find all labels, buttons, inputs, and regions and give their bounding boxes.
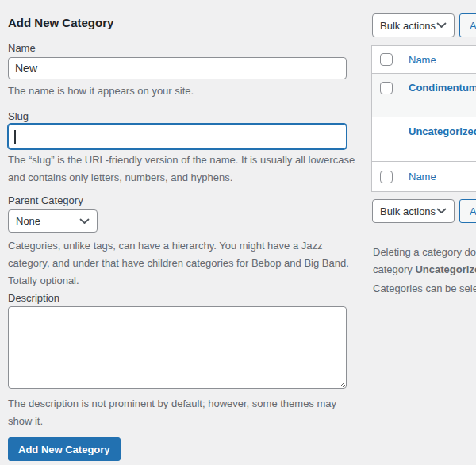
description-textarea[interactable] <box>8 306 347 389</box>
slug-help-text: The “slug” is the URL-friendly version o… <box>8 152 355 186</box>
chevron-down-icon <box>436 208 447 214</box>
name-column-footer[interactable]: Name <box>409 171 436 183</box>
parent-category-label: Parent Category <box>8 194 83 206</box>
name-help-text: The name is how it appears on your site. <box>8 83 194 100</box>
name-input[interactable] <box>8 57 347 79</box>
select-all-checkbox-bottom[interactable] <box>380 171 393 183</box>
categories-table: Name Condimentum Uncategorized Name <box>371 45 476 192</box>
row-checkbox[interactable] <box>380 82 393 94</box>
parent-category-select[interactable]: None <box>8 209 98 232</box>
table-row: Uncategorized <box>372 117 476 161</box>
default-category-name: Uncategorized <box>415 263 476 275</box>
convert-categories-note: Categories can be selectively converted … <box>373 280 476 298</box>
categories-admin-screen: Add New Category Name The name is how it… <box>0 0 476 465</box>
slug-label: Slug <box>8 110 29 122</box>
select-all-checkbox-top[interactable] <box>380 53 393 66</box>
page-title: Add New Category <box>8 16 113 29</box>
table-footer-row: Name <box>372 161 476 191</box>
name-column-header[interactable]: Name <box>409 54 436 66</box>
category-link-uncategorized[interactable]: Uncategorized <box>409 125 476 137</box>
name-label: Name <box>8 42 36 54</box>
bulk-actions-value: Bulk actions <box>380 20 436 32</box>
add-new-category-button[interactable]: Add New Category <box>8 437 121 461</box>
description-label: Description <box>8 292 60 304</box>
parent-category-selected-value: None <box>16 215 40 227</box>
delete-category-note: Deleting a category does not delete the … <box>373 244 476 279</box>
category-link-condimentum[interactable]: Condimentum <box>409 82 476 94</box>
apply-button-bottom[interactable]: Apply <box>459 199 476 223</box>
bulk-actions-select-bottom[interactable]: Bulk actions <box>372 199 455 223</box>
table-header-row: Name <box>372 46 476 74</box>
bulk-actions-select-top[interactable]: Bulk actions <box>372 13 455 37</box>
description-help-text: The description is not prominent by defa… <box>8 395 336 430</box>
slug-input[interactable] <box>8 124 347 149</box>
chevron-down-icon <box>436 22 447 29</box>
bulk-actions-value: Bulk actions <box>380 206 436 217</box>
table-row: Condimentum <box>372 74 476 117</box>
text-caret <box>14 130 16 144</box>
chevron-down-icon <box>79 218 90 225</box>
apply-button-top[interactable]: Apply <box>459 13 476 37</box>
parent-category-help-text: Categories, unlike tags, can have a hier… <box>8 237 349 290</box>
